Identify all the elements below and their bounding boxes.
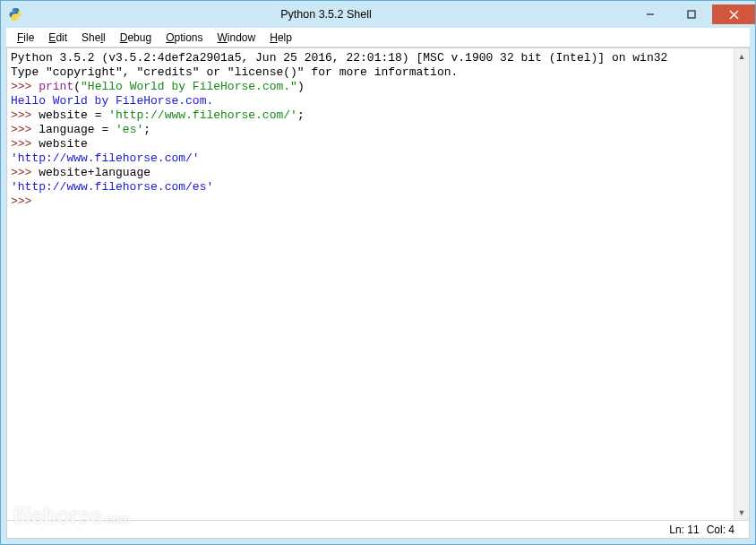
menu-options[interactable]: Options [159,30,210,46]
prompt: >>> [11,166,39,179]
paren: ( [73,80,81,93]
code-text: website+language [39,166,150,179]
scrollbar-track[interactable] [735,64,749,505]
close-button[interactable] [712,4,755,24]
menu-help[interactable]: Help [262,30,299,46]
prompt: >>> [11,123,39,136]
string-literal: 'es' [116,123,143,136]
editor-shell: Python 3.5.2 (v3.5.2:4def2a2901a5, Jun 2… [7,48,749,520]
builtin-print: print [39,80,73,93]
window-title: Python 3.5.2 Shell [22,8,630,21]
banner-line-1: Python 3.5.2 (v3.5.2:4def2a2901a5, Jun 2… [11,51,667,65]
code-text: website [39,137,88,151]
window-buttons [630,4,755,24]
scroll-up-arrow-icon[interactable]: ▲ [735,48,749,64]
prompt: >>> [11,195,39,208]
code-text: website = [39,108,108,122]
code-text: language = [39,123,116,136]
stdout-line: 'http://www.filehorse.com/es' [11,180,213,194]
paren: ) [297,80,305,93]
prompt: >>> [11,80,39,93]
string-literal: 'http://www.filehorse.com/' [108,108,297,122]
string-literal: "Hello World by FileHorse.com." [81,80,297,93]
vertical-scrollbar[interactable]: ▲ ▼ [734,48,749,520]
content-wrap: Python 3.5.2 (v3.5.2:4def2a2901a5, Jun 2… [6,48,750,539]
svg-rect-1 [688,11,695,18]
menu-file[interactable]: File [10,30,41,46]
status-line: Ln: 11 [669,523,699,536]
scroll-down-arrow-icon[interactable]: ▼ [735,505,749,520]
maximize-button[interactable] [671,4,712,24]
minimize-button[interactable] [630,4,671,24]
menu-edit[interactable]: Edit [41,30,74,46]
statusbar: Ln: 11 Col: 4 [7,520,749,538]
stdout-line: 'http://www.filehorse.com/' [11,151,200,165]
python-app-icon [8,7,22,22]
code-text: ; [143,123,150,136]
prompt: >>> [11,108,39,122]
prompt: >>> [11,137,39,151]
banner-line-2: Type "copyright", "credits" or "license(… [11,65,458,79]
status-col: Col: 4 [707,523,735,536]
menu-window[interactable]: Window [210,30,263,46]
menu-shell[interactable]: Shell [74,30,113,46]
code-text: ; [297,108,305,122]
menubar: File Edit Shell Debug Options Window Hel… [6,28,750,48]
editor[interactable]: Python 3.5.2 (v3.5.2:4def2a2901a5, Jun 2… [7,48,734,520]
stdout-line: Hello World by FileHorse.com. [11,94,213,108]
menu-debug[interactable]: Debug [113,30,159,46]
titlebar[interactable]: Python 3.5.2 Shell [1,1,755,28]
window-frame: Python 3.5.2 Shell File Edit Shell Debug… [0,0,756,545]
